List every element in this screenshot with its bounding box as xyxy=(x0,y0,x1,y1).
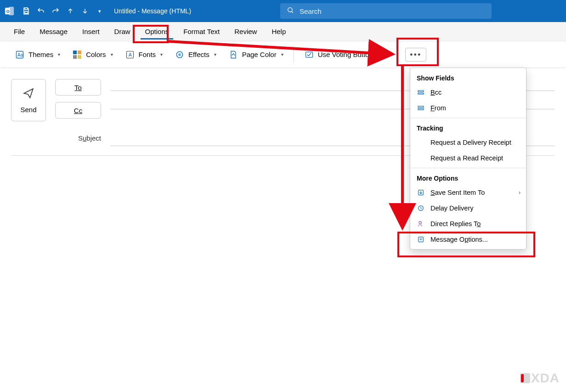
ellipsis-icon: ••• xyxy=(410,51,422,59)
svg-text:Aa: Aa xyxy=(17,52,23,57)
effects-icon xyxy=(175,50,185,60)
watermark: XDA xyxy=(520,371,560,386)
svg-rect-20 xyxy=(418,108,424,110)
menu-item-from[interactable]: FFromrom xyxy=(410,100,526,116)
tab-draw[interactable]: Draw xyxy=(108,24,137,39)
fonts-icon: A xyxy=(125,50,135,60)
menu-item-label: Save Sent Item ToSave Sent Item To xyxy=(430,189,485,196)
tab-review[interactable]: Review xyxy=(228,24,263,39)
redo-icon[interactable] xyxy=(51,6,61,16)
checkbox-icon xyxy=(417,154,425,162)
qat-dropdown-icon[interactable]: ▾ xyxy=(95,6,105,16)
chevron-down-icon: ▾ xyxy=(111,52,113,57)
ribbon-tabs: File Message Insert Draw Options Format … xyxy=(0,22,566,41)
tab-message[interactable]: Message xyxy=(33,24,74,39)
arrow-down-icon[interactable] xyxy=(80,6,90,16)
svg-rect-18 xyxy=(418,93,424,94)
search-input[interactable] xyxy=(300,7,485,15)
menu-item-delay-delivery[interactable]: Delay Delivery xyxy=(410,200,526,216)
svg-rect-3 xyxy=(25,8,28,10)
svg-rect-8 xyxy=(73,51,77,54)
delay-icon xyxy=(417,204,425,212)
title-bar: O ▾ Untitled - Message (HTML) xyxy=(0,0,566,22)
colors-button[interactable]: Colors▾ xyxy=(69,48,115,62)
svg-text:O: O xyxy=(6,9,10,14)
svg-point-15 xyxy=(178,53,181,56)
quick-access-toolbar: ▾ xyxy=(21,6,105,16)
undo-icon[interactable] xyxy=(36,6,46,16)
tab-format-text[interactable]: Format Text xyxy=(177,24,226,39)
menu-item-label: Message Options...Message Options... xyxy=(430,236,488,243)
svg-rect-11 xyxy=(78,55,81,59)
effects-button[interactable]: Effects▾ xyxy=(172,48,219,62)
chevron-down-icon: ▾ xyxy=(214,52,216,57)
colors-label: Colors xyxy=(86,51,106,58)
fonts-button[interactable]: A Fonts▾ xyxy=(122,48,166,62)
cc-label: Cc xyxy=(74,107,82,114)
menu-item-save-sent-item-to[interactable]: Save Sent Item ToSave Sent Item To › xyxy=(410,185,526,200)
chevron-down-icon: ▾ xyxy=(381,52,383,57)
save-sent-icon xyxy=(417,188,425,197)
svg-rect-24 xyxy=(419,237,424,242)
svg-rect-19 xyxy=(418,106,424,108)
menu-section-show-fields: Show Fields xyxy=(410,70,526,85)
menu-item-read-receipt[interactable]: Request a Read Receipt xyxy=(410,150,526,166)
menu-item-direct-replies-to[interactable]: Direct Replies ToDirect Replies To xyxy=(410,216,526,232)
subject-label: Subject xyxy=(11,134,101,142)
direct-replies-icon xyxy=(417,220,425,228)
svg-rect-1 xyxy=(9,7,14,15)
themes-button[interactable]: Aa Themes▾ xyxy=(12,48,63,62)
page-color-button[interactable]: Page Color▾ xyxy=(226,48,286,62)
svg-point-23 xyxy=(419,222,421,224)
voting-buttons-button[interactable]: Use Voting Buttons▾ xyxy=(301,48,386,62)
ribbon-separator xyxy=(294,46,294,63)
page-color-label: Page Color xyxy=(242,51,277,58)
watermark-icon xyxy=(520,373,530,383)
svg-rect-9 xyxy=(78,51,81,54)
menu-item-label: Delay Delivery xyxy=(430,205,473,212)
themes-icon: Aa xyxy=(15,50,25,60)
arrow-up-icon[interactable] xyxy=(65,6,75,16)
svg-text:A: A xyxy=(128,52,132,57)
tab-help[interactable]: Help xyxy=(265,24,292,39)
colors-icon xyxy=(72,50,82,60)
send-icon xyxy=(23,87,34,101)
watermark-text: XDA xyxy=(531,371,560,386)
fonts-label: Fonts xyxy=(139,51,156,58)
outlook-icon: O xyxy=(5,6,15,16)
chevron-down-icon: ▾ xyxy=(281,52,283,57)
menu-item-delivery-receipt[interactable]: Request a Delivery Receipt xyxy=(410,135,526,150)
menu-separator xyxy=(410,168,526,168)
chevron-down-icon: ▾ xyxy=(58,52,60,57)
svg-point-5 xyxy=(288,8,292,12)
search-box[interactable] xyxy=(280,3,492,19)
themes-label: Themes xyxy=(28,51,53,58)
from-icon xyxy=(417,104,425,112)
tab-file[interactable]: File xyxy=(7,24,31,39)
window-title: Untitled - Message (HTML) xyxy=(114,7,191,15)
send-button[interactable]: Send xyxy=(11,79,46,121)
ribbon-overflow-menu: Show Fields BBcccc FFromrom Tracking Req… xyxy=(410,68,526,250)
tab-options[interactable]: Options xyxy=(139,24,175,39)
voting-label: Use Voting Buttons xyxy=(318,51,377,58)
chevron-right-icon: › xyxy=(519,189,521,196)
page-color-icon xyxy=(228,50,238,60)
save-icon[interactable] xyxy=(21,6,31,16)
menu-item-label: Request a Read Receipt xyxy=(430,154,503,162)
svg-rect-17 xyxy=(418,91,424,92)
chevron-down-icon: ▾ xyxy=(160,52,163,57)
menu-separator xyxy=(410,118,526,118)
menu-item-message-options[interactable]: Message Options...Message Options... xyxy=(410,232,526,247)
to-button[interactable]: To xyxy=(55,79,101,96)
ribbon-overflow-button[interactable]: ••• xyxy=(405,48,426,62)
message-options-icon xyxy=(417,235,425,244)
search-icon xyxy=(287,6,294,16)
to-label: To xyxy=(74,84,82,91)
svg-rect-10 xyxy=(73,55,77,59)
tab-insert[interactable]: Insert xyxy=(76,24,106,39)
effects-label: Effects xyxy=(188,51,209,58)
voting-icon xyxy=(304,50,314,60)
checkbox-icon xyxy=(417,138,425,147)
cc-button[interactable]: Cc xyxy=(55,102,101,119)
menu-item-bcc[interactable]: BBcccc xyxy=(410,85,526,100)
